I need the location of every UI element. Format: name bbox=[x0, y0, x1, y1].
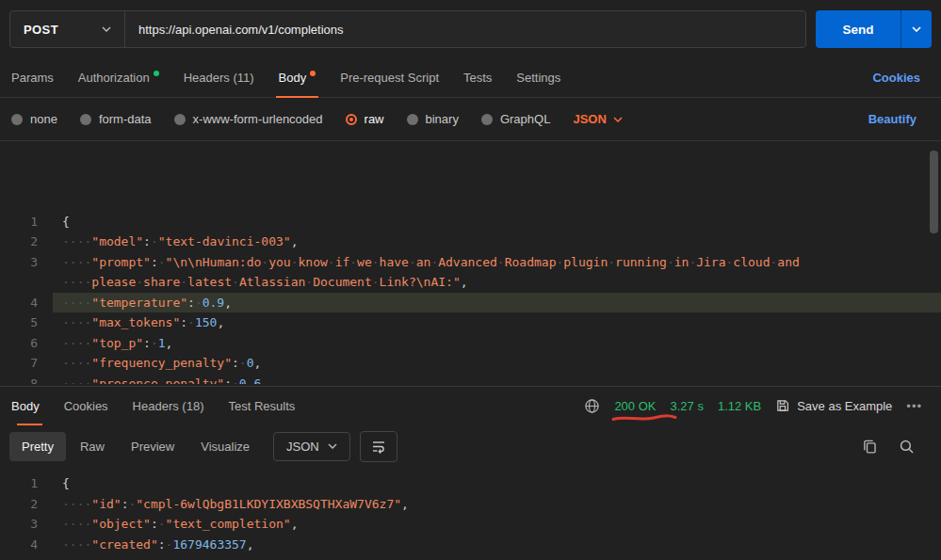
code-line[interactable]: 6····"top_p":·1, bbox=[0, 333, 941, 354]
line-number: 5 bbox=[0, 312, 53, 333]
code-text: ····please·share·latest·Atlassian·Docume… bbox=[53, 272, 941, 293]
send-options-button[interactable] bbox=[900, 10, 932, 48]
tab-label: Headers (11) bbox=[184, 71, 254, 85]
radio-icon bbox=[174, 114, 186, 125]
chevron-down-icon bbox=[102, 26, 111, 32]
code-line[interactable]: 3····"object":·"text_completion", bbox=[0, 514, 941, 535]
body-type-bar: noneform-datax-www-form-urlencodedrawbin… bbox=[0, 98, 941, 141]
url-input[interactable] bbox=[125, 11, 805, 47]
tab-label: Authorization bbox=[78, 71, 150, 85]
tab-label: Body bbox=[11, 399, 40, 413]
response-view-bar: PrettyRawPreviewVisualize JSON bbox=[0, 424, 941, 468]
chevron-down-icon bbox=[912, 26, 921, 32]
view-raw[interactable]: Raw bbox=[68, 432, 117, 461]
code-line[interactable]: 1{ bbox=[0, 212, 941, 232]
network-info-icon[interactable] bbox=[584, 398, 600, 414]
view-preview[interactable]: Preview bbox=[119, 432, 187, 461]
response-language-dropdown[interactable]: JSON bbox=[273, 432, 350, 461]
save-as-example-button[interactable]: Save as Example bbox=[775, 398, 892, 413]
response-tab-headers-18[interactable]: Headers (18) bbox=[121, 387, 217, 424]
beautify-link[interactable]: Beautify bbox=[868, 112, 930, 126]
line-number: 7 bbox=[0, 353, 53, 374]
tab-label: Body bbox=[279, 71, 307, 85]
request-tab-authorization[interactable]: Authorization bbox=[66, 58, 171, 97]
response-size: 1.12 KB bbox=[718, 399, 761, 413]
code-line[interactable]: 2····"id":·"cmpl-6wlQbgB1LKDYIXBXBSQTHXa… bbox=[0, 494, 941, 515]
search-icon[interactable] bbox=[899, 439, 915, 455]
code-line[interactable]: 2····"model":·"text-davinci-003", bbox=[0, 232, 941, 252]
body-type-binary[interactable]: binary bbox=[407, 112, 459, 126]
code-text: ····"model":·"text-davinci-003", bbox=[53, 232, 941, 252]
body-type-raw[interactable]: raw bbox=[346, 112, 384, 126]
request-body-editor[interactable]: 1{2····"model":·"text-davinci-003",3····… bbox=[0, 143, 941, 384]
line-number: 2 bbox=[0, 232, 53, 252]
radio-label: GraphQL bbox=[500, 112, 550, 126]
code-line[interactable]: 1{ bbox=[0, 473, 941, 494]
response-tab-test-results[interactable]: Test Results bbox=[216, 387, 307, 424]
body-type-form-data[interactable]: form-data bbox=[80, 112, 152, 126]
request-tab-params[interactable]: Params bbox=[8, 58, 66, 97]
response-time: 3.27 s bbox=[670, 399, 703, 413]
status-annotation-underline bbox=[611, 413, 677, 423]
body-type-graphql[interactable]: GraphQL bbox=[481, 112, 550, 126]
request-tab-pre-request-script[interactable]: Pre-request Script bbox=[328, 58, 451, 97]
response-view-actions bbox=[862, 439, 932, 455]
chevron-down-icon bbox=[328, 443, 337, 449]
wrap-text-icon bbox=[370, 438, 387, 455]
request-tabs-bar: ParamsAuthorizationHeaders (11)BodyPre-r… bbox=[0, 58, 941, 98]
line-number: 1 bbox=[0, 473, 53, 494]
orange-dot-icon bbox=[310, 71, 316, 76]
response-views: PrettyRawPreviewVisualize bbox=[9, 432, 264, 461]
response-tab-cookies[interactable]: Cookies bbox=[52, 387, 121, 424]
line-number: 4 bbox=[0, 293, 53, 313]
method-dropdown[interactable]: POST bbox=[10, 11, 125, 47]
send-button[interactable]: Send bbox=[816, 10, 900, 48]
line-number: 4 bbox=[0, 535, 53, 555]
request-tab-headers-11[interactable]: Headers (11) bbox=[171, 58, 267, 97]
code-text: ····"presence_penalty":·0.6, bbox=[53, 374, 941, 385]
body-type-x-www-form-urlencoded[interactable]: x-www-form-urlencoded bbox=[174, 112, 323, 126]
radio-label: binary bbox=[426, 112, 459, 126]
save-as-example-label: Save as Example bbox=[797, 399, 892, 413]
cookies-link[interactable]: Cookies bbox=[872, 71, 933, 85]
radio-icon bbox=[481, 114, 493, 125]
body-type-none[interactable]: none bbox=[11, 112, 57, 126]
code-line[interactable]: 4····"temperature":·0.9, bbox=[0, 293, 941, 313]
radio-label: x-www-form-urlencoded bbox=[193, 112, 323, 126]
save-icon bbox=[775, 398, 790, 413]
code-line[interactable]: 5····"max_tokens":·150, bbox=[0, 312, 941, 333]
code-line[interactable]: 7····"frequency_penalty":·0, bbox=[0, 353, 941, 374]
radio-label: form-data bbox=[99, 112, 152, 126]
body-language-dropdown[interactable]: JSON bbox=[573, 112, 622, 126]
code-line[interactable]: 8····"presence_penalty":·0.6, bbox=[0, 374, 941, 385]
tab-label: Pre-request Script bbox=[340, 71, 439, 85]
postman-app: POST Send ParamsAuthorizationHeaders (11… bbox=[0, 0, 941, 560]
code-text: ····"prompt":·"\n\nHuman:do·you·know·if·… bbox=[53, 252, 941, 273]
send-split-button: Send bbox=[816, 10, 932, 48]
more-options-icon[interactable]: ••• bbox=[906, 399, 922, 413]
response-body-editor[interactable]: 1{2····"id":·"cmpl-6wlQbgB1LKDYIXBXBSQTH… bbox=[0, 468, 941, 554]
radio-icon bbox=[80, 114, 91, 125]
url-group: POST bbox=[9, 10, 806, 48]
request-tab-body[interactable]: Body bbox=[267, 58, 329, 97]
view-visualize[interactable]: Visualize bbox=[188, 432, 262, 461]
code-line[interactable]: 3····"prompt":·"\n\nHuman:do·you·know·if… bbox=[0, 252, 941, 273]
code-line[interactable]: ····please·share·latest·Atlassian·Docume… bbox=[0, 272, 941, 293]
code-text: { bbox=[53, 212, 941, 232]
view-pretty[interactable]: Pretty bbox=[9, 432, 66, 461]
scrollbar-thumb[interactable] bbox=[930, 151, 938, 233]
code-text: ····"max_tokens":·150, bbox=[53, 312, 941, 333]
code-text: ····"object":·"text_completion", bbox=[53, 514, 941, 535]
request-tab-settings[interactable]: Settings bbox=[504, 58, 573, 97]
green-dot-icon bbox=[154, 71, 159, 76]
response-tab-body[interactable]: Body bbox=[8, 387, 52, 424]
copy-icon[interactable] bbox=[862, 439, 878, 455]
code-line[interactable]: 4····"created":·1679463357, bbox=[0, 535, 941, 555]
wrap-text-button[interactable] bbox=[360, 431, 397, 462]
tab-label: Tests bbox=[463, 71, 492, 85]
response-meta: 200 OK 3.27 s 1.12 KB Save as Example ••… bbox=[584, 398, 933, 414]
code-text: { bbox=[53, 473, 941, 494]
request-tab-tests[interactable]: Tests bbox=[451, 58, 504, 97]
radio-icon bbox=[346, 114, 357, 125]
radio-label: raw bbox=[365, 112, 384, 126]
